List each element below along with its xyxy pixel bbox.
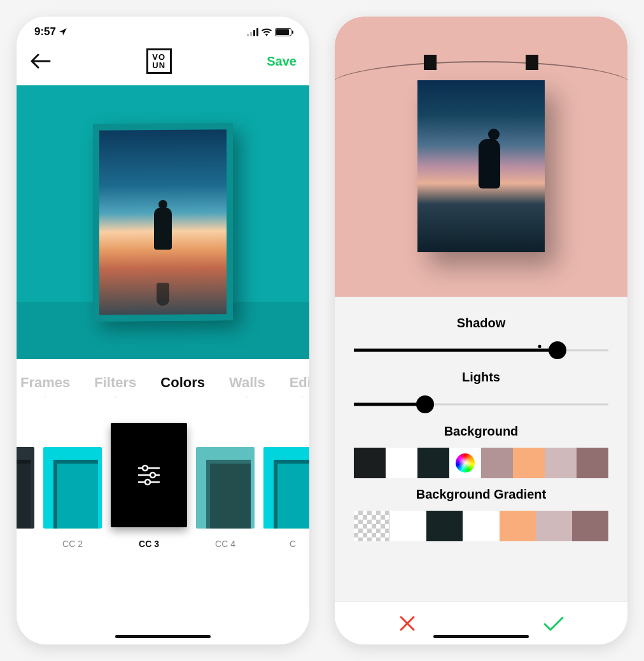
category-tabs: Frames Filters Colors Walls Edit M bbox=[17, 359, 309, 397]
color-picker-swatch[interactable] bbox=[449, 448, 481, 478]
save-button[interactable]: Save bbox=[267, 54, 297, 69]
app-logo: VO UN bbox=[146, 48, 172, 74]
status-bar: 9:57 bbox=[17, 17, 309, 42]
status-time: 9:57 bbox=[34, 25, 56, 38]
tab-colors[interactable]: Colors bbox=[160, 374, 205, 391]
color-swatch[interactable] bbox=[545, 448, 577, 478]
home-indicator[interactable] bbox=[115, 635, 211, 638]
preset-item[interactable]: C bbox=[263, 447, 309, 549]
location-arrow-icon bbox=[59, 27, 67, 36]
color-swatch[interactable] bbox=[572, 511, 608, 541]
svg-point-1 bbox=[143, 466, 148, 471]
phone-adjust-panel: Shadow Lights Background Background Grad… bbox=[335, 17, 627, 644]
shadow-slider[interactable] bbox=[354, 341, 608, 360]
preset-strip[interactable]: 1 CC 2 CC 3 CC 4 C bbox=[17, 397, 309, 551]
preview-canvas-2[interactable] bbox=[335, 17, 627, 297]
cancel-icon[interactable] bbox=[398, 614, 417, 633]
color-swatch[interactable] bbox=[536, 511, 572, 541]
preset-item-selected[interactable]: CC 3 bbox=[111, 423, 187, 549]
battery-icon bbox=[275, 28, 291, 36]
color-swatch[interactable] bbox=[481, 448, 513, 478]
background-swatches bbox=[354, 448, 608, 478]
lights-label: Lights bbox=[354, 370, 608, 385]
shadow-label: Shadow bbox=[354, 316, 608, 330]
transparent-swatch[interactable] bbox=[354, 511, 390, 541]
color-swatch[interactable] bbox=[417, 448, 449, 478]
color-swatch[interactable] bbox=[386, 448, 417, 478]
color-swatch[interactable] bbox=[577, 448, 608, 478]
tab-filters[interactable]: Filters bbox=[94, 374, 136, 391]
svg-point-5 bbox=[145, 480, 150, 485]
svg-point-3 bbox=[150, 473, 155, 478]
tab-walls[interactable]: Walls bbox=[229, 374, 265, 391]
confirm-icon[interactable] bbox=[542, 615, 565, 632]
poster-photo bbox=[417, 80, 545, 252]
color-swatch[interactable] bbox=[426, 511, 463, 541]
gradient-swatches bbox=[354, 511, 608, 541]
tab-frames[interactable]: Frames bbox=[20, 374, 70, 391]
color-swatch[interactable] bbox=[390, 511, 426, 541]
color-wheel-icon bbox=[456, 453, 475, 473]
color-swatch[interactable] bbox=[500, 511, 536, 541]
nav-bar: VO UN Save bbox=[17, 42, 309, 85]
color-swatch[interactable] bbox=[513, 448, 545, 478]
cellular-signal-icon bbox=[247, 28, 258, 36]
tab-edit[interactable]: Edit bbox=[290, 374, 309, 391]
phone-editor: 9:57 VO UN Save Frames Filters Colors Wa… bbox=[17, 17, 309, 644]
color-swatch[interactable] bbox=[354, 448, 386, 478]
preview-canvas[interactable] bbox=[17, 85, 309, 359]
background-gradient-label: Background Gradient bbox=[354, 487, 608, 502]
sliders-icon bbox=[135, 461, 163, 489]
binder-clip-icon bbox=[424, 55, 437, 70]
back-icon[interactable] bbox=[29, 53, 51, 69]
preset-item[interactable]: CC 4 bbox=[196, 447, 255, 549]
background-label: Background bbox=[354, 424, 608, 439]
lights-slider[interactable] bbox=[354, 395, 608, 414]
preset-item[interactable]: CC 2 bbox=[43, 447, 102, 549]
controls-panel: Shadow Lights Background Background Grad… bbox=[335, 297, 627, 601]
logo-text-2: UN bbox=[152, 61, 165, 69]
wifi-icon bbox=[261, 27, 272, 36]
home-indicator[interactable] bbox=[433, 635, 529, 638]
binder-clip-icon bbox=[526, 55, 538, 70]
preset-item[interactable]: 1 bbox=[17, 447, 34, 549]
framed-photo bbox=[93, 123, 233, 322]
color-swatch[interactable] bbox=[463, 511, 499, 541]
